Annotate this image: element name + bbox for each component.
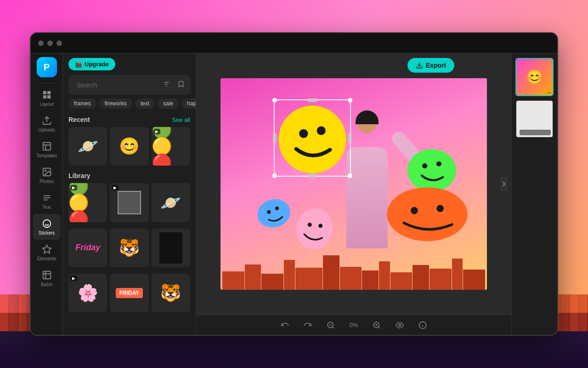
search-input[interactable] bbox=[77, 81, 157, 89]
info-button[interactable] bbox=[416, 318, 430, 332]
eye-icon bbox=[396, 321, 404, 329]
handle-bm[interactable] bbox=[307, 174, 317, 178]
sidebar-item-templates[interactable]: Templates bbox=[33, 137, 61, 162]
search-bar bbox=[68, 75, 190, 95]
sidebar-item-elements[interactable]: Elements bbox=[33, 240, 61, 265]
library-sticker-grid-2: Friday 🐯 bbox=[68, 229, 190, 267]
svg-point-22 bbox=[436, 205, 444, 212]
sticker-item-frame[interactable]: ▶ bbox=[110, 183, 148, 222]
sidebar-divider bbox=[38, 83, 56, 83]
tag-sale[interactable]: sale bbox=[158, 98, 179, 109]
info-icon bbox=[418, 321, 427, 329]
tags-row: frames fireworks text sale happ... bbox=[63, 98, 196, 113]
svg-point-20 bbox=[387, 187, 468, 241]
svg-point-17 bbox=[254, 196, 293, 231]
svg-point-15 bbox=[422, 163, 427, 168]
handle-tl[interactable] bbox=[272, 98, 277, 103]
sidebar-item-uploads[interactable]: Uploads bbox=[33, 111, 61, 137]
tag-frames[interactable]: frames bbox=[68, 98, 96, 109]
zoom-out-button[interactable] bbox=[324, 318, 338, 332]
svg-point-21 bbox=[411, 207, 418, 214]
library-title: Library bbox=[68, 172, 90, 179]
sticker-item-colorball[interactable]: ▶ 🟢🟡🔴 bbox=[68, 183, 107, 222]
svg-point-16 bbox=[436, 161, 441, 167]
canvas-sticker-pink-smiley[interactable] bbox=[290, 201, 339, 254]
svg-point-7 bbox=[43, 219, 51, 227]
filter-button[interactable] bbox=[161, 79, 172, 91]
video-badge-4: ▶ bbox=[70, 276, 77, 281]
sidebar-item-text[interactable]: Text bbox=[33, 188, 61, 214]
vid-icon: ▶ bbox=[155, 129, 158, 134]
thumbnail-2-size: 1080 x 1080 px bbox=[520, 130, 551, 135]
thumbnail-2[interactable]: 1080 x 1080 px bbox=[515, 100, 554, 138]
close-button[interactable] bbox=[38, 40, 44, 46]
see-all-recent[interactable]: See all bbox=[172, 116, 190, 123]
handle-mr[interactable] bbox=[348, 133, 352, 143]
view-button[interactable] bbox=[393, 318, 407, 332]
zoom-out-icon bbox=[327, 321, 335, 329]
right-panel-collapse[interactable] bbox=[500, 177, 508, 191]
stickers-panel: 🎬 Upgrade frames fireworks text bbox=[63, 53, 196, 335]
svg-marker-8 bbox=[42, 245, 51, 253]
sticker-item-saturn[interactable]: 🪐 bbox=[68, 127, 107, 166]
sticker-item-tiger2[interactable]: 🐯 bbox=[152, 274, 190, 312]
upgrade-button[interactable]: 🎬 Upgrade bbox=[68, 58, 115, 70]
video-badge-3: ▶ bbox=[112, 185, 119, 190]
camera-icon: 🎬 bbox=[75, 61, 82, 68]
selection-box bbox=[274, 99, 351, 177]
chevron-right-icon bbox=[502, 181, 506, 187]
maximize-button[interactable] bbox=[57, 40, 62, 46]
tag-text[interactable]: text bbox=[135, 98, 155, 109]
zoom-value: 0% bbox=[347, 322, 361, 328]
canvas[interactable] bbox=[220, 78, 487, 290]
sticker-item-tiger[interactable]: 🐯 bbox=[110, 229, 148, 267]
sticker-item-dark-frame[interactable] bbox=[152, 229, 190, 267]
recent-section-header: Recent See all bbox=[68, 116, 190, 123]
redo-icon bbox=[304, 321, 312, 329]
handle-bl[interactable] bbox=[272, 173, 277, 178]
handle-br[interactable] bbox=[348, 173, 352, 178]
library-section-header: Library bbox=[68, 172, 190, 179]
zoom-in-icon bbox=[373, 321, 381, 329]
undo-icon bbox=[281, 321, 289, 329]
sidebar-item-layout[interactable]: Layout bbox=[33, 85, 61, 111]
thumbnail-1[interactable]: 😊 bbox=[515, 58, 554, 96]
right-panel: 😊 1080 x 1080 px bbox=[511, 53, 557, 335]
undo-button[interactable] bbox=[278, 318, 292, 332]
export-icon bbox=[416, 62, 423, 69]
panel-section: Recent See all 🪐 😊 ▶ 🟢🟡🔴 bbox=[63, 113, 196, 335]
svg-rect-2 bbox=[43, 95, 46, 98]
handle-tr[interactable] bbox=[348, 98, 352, 103]
minimize-button[interactable] bbox=[47, 40, 53, 46]
canvas-sticker-selected-yellow[interactable] bbox=[276, 101, 349, 175]
svg-point-6 bbox=[45, 170, 46, 171]
svg-rect-3 bbox=[47, 95, 50, 98]
tag-fireworks[interactable]: fireworks bbox=[99, 98, 132, 109]
svg-point-23 bbox=[293, 205, 336, 252]
sidebar-item-batch[interactable]: Batch bbox=[33, 265, 61, 291]
canvas-sticker-orange-smiley[interactable] bbox=[386, 179, 469, 244]
video-badge-2: ▶ bbox=[70, 185, 77, 190]
icon-sidebar: P Layout Uploads Templates Photos bbox=[31, 53, 63, 335]
tag-happy[interactable]: happ... bbox=[181, 98, 196, 109]
sticker-item-saturn2[interactable]: 🪐 bbox=[152, 183, 190, 222]
recent-sticker-grid: 🪐 😊 ▶ 🟢🟡🔴 bbox=[68, 127, 190, 166]
bookmark-button[interactable] bbox=[175, 79, 187, 91]
sticker-item-colorful-dots[interactable]: ▶ 🟢🟡🔴 bbox=[152, 127, 190, 166]
export-area: Export bbox=[400, 53, 462, 77]
sticker-item-friday[interactable]: Friday bbox=[68, 229, 107, 267]
handle-ml[interactable] bbox=[273, 133, 277, 143]
sidebar-item-stickers[interactable]: Stickers bbox=[33, 214, 61, 240]
library-sticker-grid-1: ▶ 🟢🟡🔴 ▶ 🪐 bbox=[68, 183, 190, 222]
export-button[interactable]: Export bbox=[407, 58, 454, 73]
sticker-item-friday-sign[interactable]: FRIDAY bbox=[110, 274, 148, 312]
sticker-item-smiley-yellow[interactable]: 😊 bbox=[110, 127, 148, 166]
canvas-wrapper bbox=[196, 53, 511, 315]
sticker-item-flower-crown[interactable]: ▶ 🌸 bbox=[68, 274, 107, 312]
redo-button[interactable] bbox=[301, 318, 315, 332]
title-bar bbox=[31, 33, 557, 53]
zoom-in-button[interactable] bbox=[370, 318, 384, 332]
library-sticker-grid-3: ▶ 🌸 FRIDAY 🐯 bbox=[68, 274, 190, 312]
sidebar-item-photos[interactable]: Photos bbox=[33, 162, 61, 188]
handle-tm[interactable] bbox=[307, 98, 317, 102]
